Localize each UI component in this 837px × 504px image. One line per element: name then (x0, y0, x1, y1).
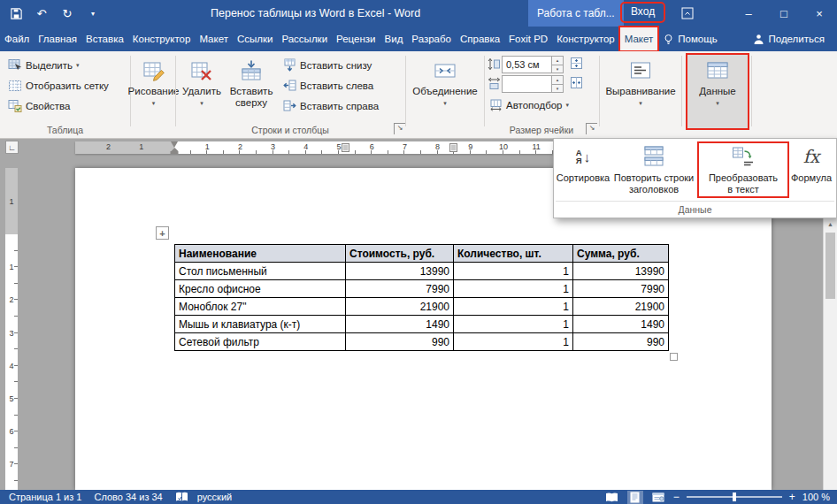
column-width-value[interactable] (502, 75, 552, 93)
tab-mailings[interactable]: Рассылки (277, 27, 332, 51)
spin-up-button[interactable]: ▴ (552, 75, 564, 85)
close-button[interactable]: × (802, 0, 837, 27)
left-indent-marker[interactable] (171, 148, 179, 154)
minimize-button[interactable]: – (731, 0, 766, 27)
tab-developer[interactable]: Разрабо (407, 27, 456, 51)
scroll-up-icon[interactable]: ▲ (824, 221, 837, 227)
draw-table-group-button[interactable]: Рисование ▾ (133, 54, 174, 109)
first-line-indent-marker[interactable] (171, 141, 178, 148)
tab-table-design[interactable]: Конструктор (552, 27, 619, 51)
ribbon-display-options-button[interactable] (680, 6, 695, 20)
doc-table-cell[interactable]: 1 (454, 316, 573, 333)
zoom-in-button[interactable]: + (789, 491, 795, 503)
tab-layout[interactable]: Макет (195, 27, 233, 51)
tab-insert[interactable]: Вставка (81, 27, 128, 51)
doc-table-cell[interactable]: 13990 (346, 263, 454, 280)
dialog-launcher-cell-size[interactable]: ↘ (586, 123, 597, 134)
doc-table-cell[interactable]: 21900 (346, 298, 454, 316)
tab-design[interactable]: Конструктор (128, 27, 196, 51)
table-resize-handle[interactable] (670, 353, 678, 361)
redo-button[interactable]: ↻ (60, 5, 74, 21)
tab-stop-selector[interactable]: ∟ (5, 141, 19, 154)
doc-table-cell[interactable]: Сетевой фильтр (175, 333, 346, 351)
customize-qat-button[interactable]: ▾ (86, 5, 100, 21)
doc-table-header-cell[interactable]: Стоимость, руб. (346, 245, 454, 263)
doc-table-cell[interactable]: 1 (454, 333, 573, 351)
contextual-tab-group-header[interactable]: Работа с табл... (528, 0, 624, 27)
data-group-button[interactable]: Данные ▾ (687, 54, 749, 129)
spin-up-button[interactable]: ▴ (552, 56, 564, 65)
menu-item-formula[interactable]: fx Формула (789, 141, 833, 198)
tab-help-reference[interactable]: Справка (456, 27, 504, 51)
doc-table[interactable]: НаименованиеСтоимость, руб.Количество, ш… (174, 244, 669, 351)
doc-table-cell[interactable]: 990 (573, 333, 669, 351)
insert-right-button[interactable]: Вставить справа (280, 96, 382, 115)
tab-view[interactable]: Вид (380, 27, 408, 51)
sign-in-button[interactable]: Вход (622, 4, 664, 21)
table-column-marker[interactable] (449, 143, 457, 152)
distribute-rows-button[interactable] (568, 56, 584, 73)
menu-item-repeat-header-rows[interactable]: Повторить строки заголовков (610, 141, 697, 198)
doc-table-cell[interactable]: Мышь и клавиатура (к-т) (175, 316, 346, 333)
share-button[interactable]: Поделиться (749, 27, 837, 51)
doc-table-cell[interactable]: 21900 (573, 298, 669, 316)
row-height-value[interactable]: 0,53 см (502, 56, 552, 73)
tab-foxit-pdf[interactable]: Foxit PD (504, 27, 552, 51)
dialog-launcher-rows-columns[interactable]: ↘ (394, 123, 405, 134)
doc-table-cell[interactable]: 1 (454, 280, 573, 298)
scrollbar-thumb[interactable] (825, 233, 835, 299)
doc-table-cell[interactable]: 1 (454, 298, 573, 316)
zoom-out-button[interactable]: − (673, 491, 680, 503)
tab-references[interactable]: Ссылки (233, 27, 278, 51)
zoom-slider[interactable] (687, 496, 782, 498)
tab-home[interactable]: Главная (34, 27, 81, 51)
table-column-marker[interactable] (342, 143, 349, 152)
menu-item-convert-to-text[interactable]: Преобразовать в текст (697, 141, 789, 198)
maximize-button[interactable]: □ (766, 0, 802, 27)
alignment-group-button[interactable]: Выравнивание ▾ (603, 54, 679, 109)
select-button[interactable]: Выделить ▾ (4, 56, 83, 74)
tab-help[interactable]: Помощь (658, 27, 721, 51)
properties-button[interactable]: Свойства (4, 96, 74, 115)
doc-table-cell[interactable]: Кресло офисное (175, 280, 346, 298)
tab-review[interactable]: Рецензи (332, 27, 380, 51)
doc-table-cell[interactable]: 7990 (346, 280, 454, 298)
print-layout-button[interactable] (627, 491, 643, 504)
vertical-scrollbar[interactable]: ▲ (823, 218, 837, 490)
insert-above-button[interactable]: Вставить сверху (226, 54, 277, 109)
view-gridlines-button[interactable]: Отобразить сетку (4, 76, 112, 95)
tab-table-layout[interactable]: Макет (619, 27, 659, 51)
doc-table-header-cell[interactable]: Количество, шт. (454, 245, 573, 263)
table-move-handle[interactable]: + (156, 226, 169, 240)
word-count[interactable]: Слово 34 из 34 (94, 492, 162, 502)
save-button[interactable] (9, 5, 23, 21)
spin-down-button[interactable]: ▾ (552, 85, 564, 94)
doc-table-cell[interactable]: Стол письменный (175, 263, 346, 280)
doc-table-header-cell[interactable]: Наименование (175, 245, 346, 263)
doc-table-cell[interactable]: 1 (454, 263, 573, 280)
autofit-button[interactable]: Автоподбор ▾ (486, 95, 572, 114)
doc-table-cell[interactable]: 1490 (346, 316, 454, 333)
doc-table-header-cell[interactable]: Сумма, руб. (573, 245, 669, 263)
doc-table-cell[interactable]: 7990 (573, 280, 669, 298)
menu-item-sort[interactable]: АЯ↓ Сортировка (556, 141, 610, 198)
zoom-slider-thumb[interactable] (733, 493, 736, 501)
row-height-field[interactable]: 0,53 см ▴ ▾ (502, 56, 564, 73)
page-indicator[interactable]: Страница 1 из 1 (9, 492, 81, 502)
proofing-button[interactable] (175, 492, 188, 502)
insert-left-button[interactable]: Вставить слева (280, 76, 377, 95)
doc-table-cell[interactable]: 990 (346, 333, 454, 351)
zoom-level[interactable]: 100 % (802, 492, 830, 502)
read-mode-button[interactable] (604, 491, 620, 504)
column-width-field[interactable]: ▴ ▾ (502, 75, 564, 93)
doc-table-cell[interactable]: 1490 (573, 316, 669, 333)
doc-table-cell[interactable]: 13990 (573, 263, 669, 280)
doc-table-cell[interactable]: Моноблок 27" (175, 298, 346, 316)
insert-below-button[interactable]: Вставить снизу (280, 56, 375, 74)
delete-button[interactable]: Удалить ▾ (180, 54, 224, 109)
merge-group-button[interactable]: Объединение ▾ (410, 54, 480, 109)
language-indicator[interactable]: русский (197, 492, 232, 502)
undo-button[interactable]: ↶ (35, 5, 49, 21)
tab-file[interactable]: Файл (0, 27, 34, 51)
web-layout-button[interactable] (650, 491, 666, 504)
